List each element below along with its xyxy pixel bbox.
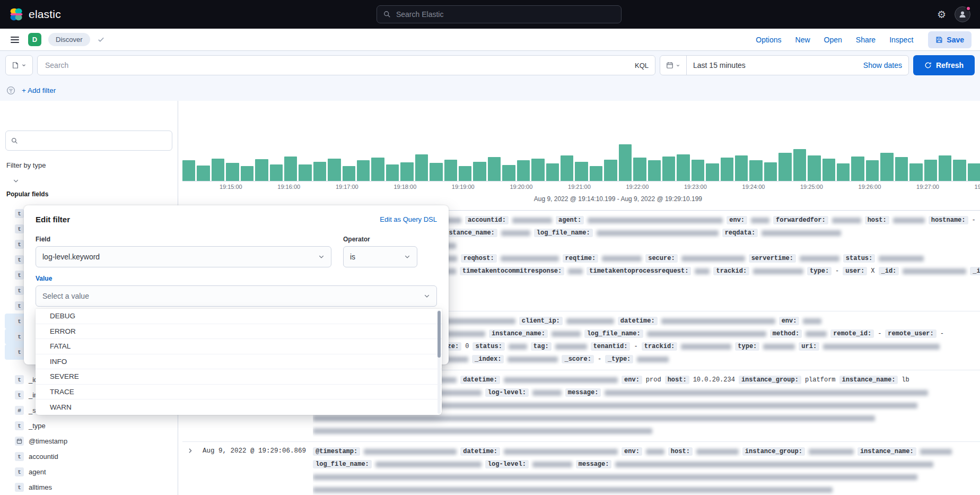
operator-select-value: is [350, 253, 355, 261]
field-name: @timestamp [29, 437, 67, 445]
field-search-input[interactable] [22, 136, 167, 145]
breadcrumb[interactable]: Discover [48, 33, 90, 46]
check-icon [97, 36, 105, 44]
x-tick: 19:25:00 [800, 184, 823, 190]
histogram-bar [706, 163, 719, 181]
field-name: alltimes [29, 483, 52, 491]
expand-row-button[interactable] [182, 445, 203, 495]
gear-icon[interactable]: ⚙ [937, 10, 946, 20]
user-avatar[interactable] [955, 6, 970, 22]
discover-app-badge: D [28, 33, 41, 46]
field-select[interactable]: log-level.keyword [36, 246, 331, 267]
redacted-value [646, 449, 664, 455]
redacted-value [696, 449, 739, 455]
refresh-button[interactable]: Refresh [913, 55, 975, 75]
field-search-box[interactable] [5, 131, 172, 151]
field-chip: env: [622, 447, 642, 456]
histogram-bar [444, 160, 457, 181]
histogram-bar [662, 157, 675, 181]
chevron-down-icon [318, 254, 325, 260]
text-field-icon: t [15, 301, 24, 310]
filter-settings-icon[interactable] [6, 86, 15, 95]
nav-link-share[interactable]: Share [856, 36, 876, 44]
field-chip: datetime: [460, 376, 500, 384]
value-option-fatal[interactable]: FATAL [36, 339, 442, 354]
operator-label: Operator [343, 236, 417, 243]
kql-search-box[interactable]: KQL [37, 55, 655, 75]
histogram-bar [648, 160, 661, 181]
x-tick: 19:24:00 [742, 184, 765, 190]
redacted-value [504, 377, 618, 383]
text-field-icon: t [15, 255, 24, 264]
chart-options-control[interactable]: ⚙ Chart options [178, 104, 980, 119]
sidebar-field-agent[interactable]: tagent [5, 464, 153, 480]
histogram-bar [822, 159, 835, 181]
value-option-debug[interactable]: DEBUG [36, 309, 442, 324]
histogram-bar [473, 162, 486, 181]
time-range-value[interactable]: Last 15 minutes [687, 61, 746, 70]
field-value: 10.0.20.234 [693, 376, 735, 384]
nav-link-inspect[interactable]: Inspect [889, 36, 913, 44]
show-dates-link[interactable]: Show dates [863, 61, 908, 70]
global-search-input[interactable] [395, 10, 615, 19]
field-chip: instance_name: [489, 329, 548, 338]
sidebar-field-_type[interactable]: t_type [5, 418, 153, 433]
value-option-trace[interactable]: TRACE [36, 385, 442, 400]
histogram-bar [517, 160, 530, 181]
nav-actions: OptionsNewOpenShareInspect Save [756, 31, 972, 48]
field-chip: env: [779, 317, 800, 325]
nav-link-options[interactable]: Options [756, 36, 781, 44]
histogram-bar [692, 160, 704, 181]
field-select-value: log-level.keyword [42, 253, 100, 261]
row-source-summary: @timestamp:datetime:env:host:instance_gr… [313, 445, 980, 495]
chevron-down-icon[interactable] [13, 178, 178, 184]
histogram-bar [604, 160, 617, 181]
sidebar-field-accountid[interactable]: taccountid [5, 449, 153, 464]
redacted-value [552, 331, 581, 337]
field-chip: remote_id: [830, 329, 874, 338]
field-chip: message: [565, 388, 601, 397]
edit-as-query-dsl-link[interactable]: Edit as Query DSL [380, 215, 437, 223]
chevron-down-icon [404, 254, 410, 260]
save-button[interactable]: Save [928, 31, 972, 48]
query-input[interactable] [44, 60, 631, 70]
saved-query-menu-button[interactable] [5, 55, 33, 75]
nav-link-open[interactable]: Open [824, 36, 842, 44]
field-chip: log-level: [485, 388, 529, 397]
filter-by-type-label[interactable]: Filter by type [0, 158, 178, 172]
field-chip: message: [576, 460, 612, 468]
operator-select[interactable]: is [343, 246, 417, 267]
date-field-icon [15, 437, 24, 446]
save-icon [935, 36, 943, 44]
value-option-info[interactable]: INFO [36, 354, 442, 370]
field-chip: accountid: [465, 216, 509, 224]
global-search[interactable] [377, 5, 622, 23]
histogram-bar [371, 158, 384, 181]
scrollbar-thumb[interactable] [438, 311, 441, 358]
query-language-badge[interactable]: KQL [635, 62, 649, 70]
field-chip: status: [472, 342, 504, 351]
sidebar-field-@timestamp[interactable]: @timestamp [5, 433, 153, 449]
histogram-bar [531, 159, 544, 181]
field-chip: remote_user: [885, 329, 936, 338]
redacted-value [509, 344, 527, 350]
value-option-warn[interactable]: WARN [36, 400, 442, 415]
field-chip: type: [807, 267, 832, 275]
histogram-bar [255, 159, 268, 181]
nav-link-new[interactable]: New [795, 36, 810, 44]
value-option-severe[interactable]: SEVERE [36, 369, 442, 385]
date-picker: Last 15 minutes Show dates [660, 55, 909, 75]
menu-icon[interactable] [8, 34, 21, 45]
histogram-bar [241, 166, 253, 181]
x-tick: 19:26:00 [859, 184, 881, 190]
histogram-bar [953, 160, 966, 181]
histogram-bar [735, 155, 748, 181]
add-filter-link[interactable]: + Add filter [22, 86, 56, 94]
nav-links: OptionsNewOpenShareInspect [756, 36, 913, 44]
x-tick: 19:28:00 [975, 184, 980, 190]
value-option-error[interactable]: ERROR [36, 324, 442, 340]
sidebar-field-alltimes[interactable]: talltimes [5, 480, 153, 495]
calendar-button[interactable] [660, 56, 687, 75]
redacted-value [661, 318, 775, 324]
value-combobox[interactable]: Select a value [36, 285, 437, 307]
